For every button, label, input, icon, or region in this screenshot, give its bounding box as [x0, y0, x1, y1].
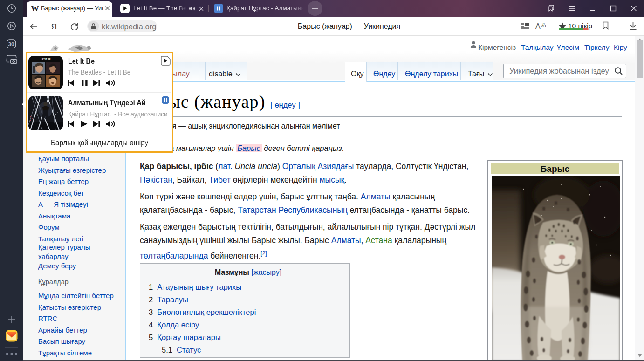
svg-text:A: A — [535, 22, 541, 30]
svg-text:LET IT BE: LET IT BE — [41, 58, 50, 61]
svg-text:W: W — [31, 4, 39, 13]
svg-text:あ: あ — [541, 22, 546, 27]
svg-text:Я: Я — [51, 22, 57, 31]
svg-text:30: 30 — [8, 41, 14, 47]
